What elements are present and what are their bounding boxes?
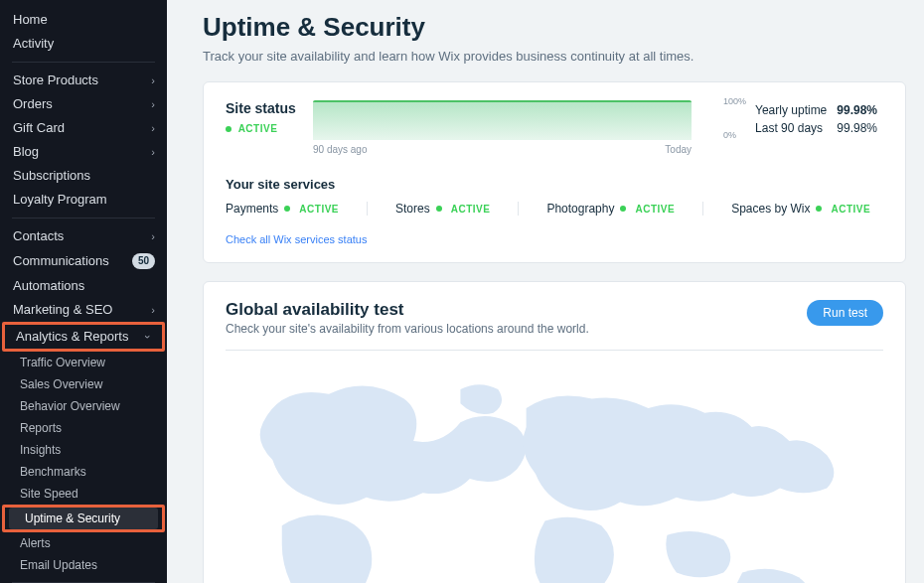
sidebar-item-label: Gift Card (13, 121, 65, 135)
service-state: ACTIVE (635, 204, 675, 215)
sidebar-sub-email-updates[interactable]: Email Updates (0, 554, 167, 576)
sidebar-item-label: Loyalty Program (13, 193, 107, 207)
service-name: Payments (226, 202, 278, 216)
site-status-state: ACTIVE (238, 123, 278, 134)
availability-subtitle: Check your site's availability from vari… (226, 322, 589, 336)
sidebar-item-label: Insights (20, 443, 61, 457)
sidebar-item-label: Reports (20, 421, 62, 435)
sidebar-sub-reports[interactable]: Reports (0, 417, 167, 439)
check-services-link[interactable]: Check all Wix services status (226, 233, 367, 245)
sidebar-item-marketing-seo[interactable]: Marketing & SEO › (0, 298, 167, 322)
sidebar-item-analytics-reports[interactable]: Analytics & Reports › (5, 325, 162, 349)
status-dot-icon (816, 206, 822, 212)
main-content: Uptime & Security Track your site availa… (167, 0, 924, 583)
service-name: Spaces by Wix (731, 202, 810, 216)
sidebar-item-blog[interactable]: Blog › (0, 140, 167, 164)
world-map-container (226, 350, 883, 583)
sidebar-item-label: Alerts (20, 536, 51, 550)
sidebar-sub-insights[interactable]: Insights (0, 439, 167, 461)
service-payments: Payments ACTIVE (226, 202, 368, 216)
highlight-analytics: Analytics & Reports › (2, 322, 165, 352)
yearly-uptime-label: Yearly uptime (751, 102, 831, 118)
sidebar-item-label: Uptime & Security (25, 511, 120, 525)
service-name: Photography (546, 202, 614, 216)
sidebar-item-gift-card[interactable]: Gift Card › (0, 116, 167, 140)
sidebar-sub-alerts[interactable]: Alerts (0, 532, 167, 554)
sidebar-sub-site-speed[interactable]: Site Speed (0, 483, 167, 505)
yearly-uptime-value: 99.98% (833, 102, 881, 118)
global-availability-card: Global availability test Check your site… (203, 281, 906, 583)
sidebar-item-store-products[interactable]: Store Products › (0, 69, 167, 92)
sidebar-item-label: Activity (13, 37, 54, 51)
service-name: Stores (395, 202, 430, 216)
highlight-uptime-security: Uptime & Security (2, 505, 165, 532)
sidebar-item-label: Email Updates (20, 558, 97, 572)
service-stores: Stores ACTIVE (395, 202, 519, 216)
site-status-block: Site status ACTIVE (226, 100, 295, 135)
status-dot-icon (620, 206, 626, 212)
count-badge: 50 (132, 253, 155, 269)
sidebar-item-label: Traffic Overview (20, 356, 105, 369)
sidebar-item-label: Sales Overview (20, 377, 102, 391)
world-map-icon (226, 357, 883, 583)
sidebar-item-label: Store Products (13, 73, 98, 87)
sidebar-item-label: Marketing & SEO (13, 303, 112, 317)
chevron-right-icon: › (151, 97, 155, 111)
sidebar-item-label: Contacts (13, 229, 64, 243)
chart-x-start: 90 days ago (313, 144, 368, 155)
sidebar-item-home[interactable]: Home (0, 8, 167, 32)
uptime-chart: 100% 0% 90 days ago Today (313, 100, 692, 155)
site-status-card: Site status ACTIVE 100% 0% 90 days ago T… (203, 81, 906, 263)
sidebar-item-label: Home (13, 13, 48, 27)
service-state: ACTIVE (451, 204, 491, 215)
page-title: Uptime & Security (203, 12, 906, 43)
service-spaces-by-wix: Spaces by Wix ACTIVE (731, 202, 870, 216)
services-header: Your site services (226, 177, 883, 192)
status-dot-icon (226, 126, 231, 132)
chevron-right-icon: › (151, 303, 155, 317)
sidebar-sub-behavior-overview[interactable]: Behavior Overview (0, 395, 167, 417)
sidebar-item-activity[interactable]: Activity (0, 32, 167, 56)
sidebar-item-label: Blog (13, 145, 39, 159)
sidebar-item-label: Behavior Overview (20, 399, 120, 413)
sidebar-item-orders[interactable]: Orders › (0, 92, 167, 116)
sidebar-item-label: Site Speed (20, 487, 78, 501)
sidebar-item-loyalty-program[interactable]: Loyalty Program (0, 188, 167, 212)
sidebar-divider (12, 218, 155, 219)
service-state: ACTIVE (299, 204, 339, 215)
services-row: Payments ACTIVE Stores ACTIVE Photograph… (226, 202, 883, 216)
page-subtitle: Track your site availability and learn h… (203, 49, 906, 64)
service-state: ACTIVE (831, 204, 870, 215)
chevron-right-icon: › (151, 73, 155, 87)
service-photography: Photography ACTIVE (546, 202, 703, 216)
sidebar-item-communications[interactable]: Communications 50 (0, 248, 167, 274)
sidebar-item-label: Subscriptions (13, 169, 90, 183)
sidebar-item-label: Benchmarks (20, 465, 86, 479)
uptime-chart-area (313, 100, 692, 140)
sidebar-divider (12, 62, 155, 63)
run-test-button[interactable]: Run test (807, 300, 883, 326)
sidebar-item-label: Analytics & Reports (16, 330, 128, 344)
chart-x-end: Today (665, 144, 692, 155)
chevron-right-icon: › (151, 229, 155, 243)
sidebar-item-label: Communications (13, 254, 109, 268)
sidebar-item-contacts[interactable]: Contacts › (0, 224, 167, 248)
sidebar-item-automations[interactable]: Automations (0, 274, 167, 298)
sidebar-item-label: Orders (13, 97, 53, 111)
sidebar-sub-sales-overview[interactable]: Sales Overview (0, 373, 167, 395)
status-dot-icon (436, 206, 442, 212)
sidebar-sub-traffic-overview[interactable]: Traffic Overview (0, 352, 167, 373)
sidebar-item-subscriptions[interactable]: Subscriptions (0, 164, 167, 188)
last90-label: Last 90 days (751, 120, 831, 136)
chart-y-max: 100% (723, 96, 746, 106)
sidebar-item-label: Automations (13, 279, 84, 293)
chevron-right-icon: › (151, 121, 155, 135)
sidebar-sub-uptime-security[interactable]: Uptime & Security (9, 508, 158, 529)
sidebar: Home Activity Store Products › Orders › … (0, 0, 167, 583)
chevron-up-icon: › (141, 335, 155, 339)
chart-y-min: 0% (723, 130, 736, 140)
availability-title: Global availability test (226, 300, 589, 320)
last90-value: 99.98% (833, 120, 881, 136)
sidebar-sub-benchmarks[interactable]: Benchmarks (0, 461, 167, 483)
status-dot-icon (284, 206, 290, 212)
